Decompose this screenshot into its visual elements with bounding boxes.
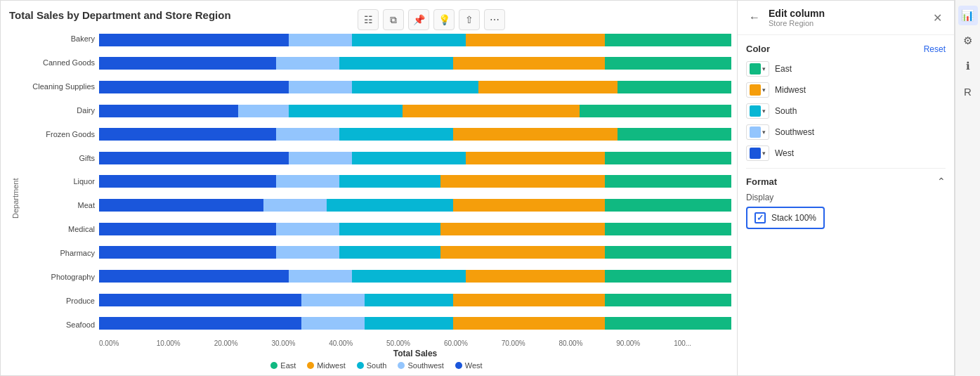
color-swatch-button[interactable]: ▾ — [746, 124, 769, 140]
bar-segment-southwest — [276, 246, 339, 259]
row-label: Meat — [22, 197, 95, 214]
stack-label: Stack 100% — [771, 213, 816, 223]
row-label: Bakery — [22, 30, 95, 47]
bar-segment-midwest — [440, 175, 605, 188]
row-label: Liquor — [22, 173, 95, 190]
legend-label: Midwest — [317, 361, 345, 370]
color-swatch-button[interactable]: ▾ — [746, 103, 769, 119]
table-view-button[interactable]: ☷ — [358, 9, 379, 30]
legend-label: Southwest — [407, 361, 443, 370]
bar-segment-east — [605, 152, 731, 164]
chevron-down-icon: ▾ — [762, 86, 766, 93]
bar-segment-southwest — [276, 223, 339, 235]
main-panel: Total Sales by Department and Store Regi… — [0, 0, 737, 376]
lightbulb-button[interactable]: 💡 — [433, 9, 455, 30]
bar-row — [99, 80, 731, 94]
legend-dot — [270, 362, 277, 369]
x-tick: 90.00% — [616, 339, 674, 347]
bar-segment-southwest — [276, 175, 339, 188]
color-swatch-button[interactable]: ▾ — [746, 61, 769, 77]
bar-row — [99, 104, 731, 118]
bar-row — [99, 269, 731, 283]
bar-segment-south — [339, 246, 440, 259]
row-label: Frozen Goods — [22, 126, 95, 143]
bar-segment-east — [605, 175, 731, 188]
bar-segment-west — [99, 270, 289, 283]
x-tick: 60.00% — [444, 339, 502, 347]
bar-segment-midwest — [453, 294, 605, 306]
right-icons-panel: 📊⚙ℹR — [955, 0, 980, 376]
bar-segment-west — [99, 175, 276, 188]
bar-segment-west — [99, 223, 276, 235]
x-tick: 20.00% — [214, 339, 272, 347]
bar-segment-midwest — [453, 199, 605, 212]
bar-segment-west — [99, 199, 263, 212]
color-swatch — [750, 63, 761, 74]
bar-row — [99, 316, 731, 330]
bar-segment-southwest — [276, 57, 339, 70]
panel-close-button[interactable]: ✕ — [929, 9, 946, 26]
bar-segment-west — [99, 105, 238, 117]
pin-button[interactable]: 📌 — [408, 9, 429, 30]
settings-icon[interactable]: ⚙ — [958, 31, 978, 51]
bar-segment-midwest — [478, 81, 618, 93]
more-button[interactable]: ⋯ — [484, 9, 505, 30]
color-region-label: Southwest — [775, 127, 814, 137]
bar-segment-southwest — [238, 105, 289, 117]
bar-chart-icon[interactable]: 📊 — [958, 6, 978, 25]
checkbox-icon: ✓ — [754, 212, 766, 223]
bar-segment-midwest — [466, 270, 605, 283]
bar-segment-east — [618, 81, 731, 93]
bars-container — [99, 27, 731, 337]
panel-subtitle: Store Region — [769, 19, 923, 27]
bar-segment-midwest — [453, 317, 605, 330]
bar-segment-south — [327, 199, 453, 212]
color-section-header: Color Reset — [746, 44, 946, 54]
bar-row — [99, 174, 731, 188]
bar-row — [99, 56, 731, 70]
bar-segment-west — [99, 128, 276, 141]
panel-back-button[interactable]: ← — [746, 9, 763, 26]
x-tick: 40.00% — [329, 339, 386, 347]
row-label: Gifts — [22, 150, 95, 167]
legend-dot — [398, 362, 405, 369]
grid-view-button[interactable]: ⧉ — [383, 9, 404, 30]
color-section-title: Color — [746, 44, 770, 54]
reset-button[interactable]: Reset — [924, 44, 946, 54]
share-button[interactable]: ⇧ — [459, 9, 480, 30]
legend-label: East — [280, 361, 296, 370]
x-tick: 70.00% — [502, 339, 559, 347]
bar-segment-south — [365, 317, 453, 330]
color-swatch-button[interactable]: ▾ — [746, 82, 769, 98]
x-tick: 80.00% — [559, 339, 617, 347]
legend-item: South — [357, 361, 387, 370]
color-swatch — [750, 127, 761, 138]
panel-body: Color Reset ▾East▾Midwest▾South▾Southwes… — [738, 35, 954, 375]
panel-header: ← Edit column Store Region ✕ — [738, 1, 954, 35]
r-icon[interactable]: R — [958, 82, 978, 101]
bar-segment-southwest — [301, 294, 365, 306]
info-icon[interactable]: ℹ — [958, 56, 978, 76]
x-tick: 50.00% — [386, 339, 444, 347]
stack-100-checkbox[interactable]: ✓ Stack 100% — [746, 207, 825, 229]
format-header: Format ⌃ — [746, 176, 946, 187]
bar-segment-east — [580, 105, 731, 117]
bar-segment-south — [352, 270, 466, 283]
x-tick: 30.00% — [271, 339, 329, 347]
collapse-button[interactable]: ⌃ — [937, 176, 946, 187]
bar-segment-east — [605, 223, 731, 235]
row-label: Cleaning Supplies — [22, 78, 95, 95]
bar-segment-midwest — [466, 34, 605, 46]
bar-segment-south — [352, 81, 478, 93]
bar-segment-east — [605, 294, 731, 306]
chevron-down-icon: ▾ — [762, 65, 766, 72]
x-axis-title: Total Sales — [99, 349, 731, 358]
color-region-label: East — [775, 64, 792, 74]
bar-segment-southwest — [289, 270, 352, 283]
format-title: Format — [746, 176, 777, 187]
chart-title: Total Sales by Department and Store Regi… — [9, 9, 231, 21]
legend-dot — [455, 362, 462, 369]
panel-title-block: Edit column Store Region — [769, 8, 923, 27]
bar-row — [99, 222, 731, 236]
color-swatch-button[interactable]: ▾ — [746, 145, 769, 161]
